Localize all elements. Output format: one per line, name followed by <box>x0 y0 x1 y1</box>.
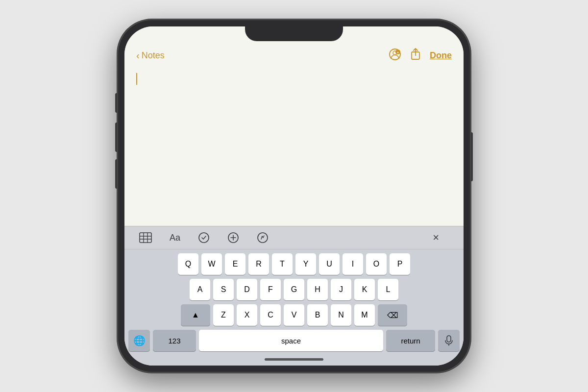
svg-text:+: + <box>397 51 399 54</box>
key-u[interactable]: U <box>319 253 340 275</box>
key-k[interactable]: K <box>354 279 375 300</box>
home-indicator-area <box>124 355 464 366</box>
volume-up-button[interactable] <box>115 122 118 152</box>
key-r[interactable]: R <box>248 253 269 275</box>
home-bar[interactable] <box>265 358 323 361</box>
key-a[interactable]: A <box>190 279 210 300</box>
format-text-icon[interactable]: Aa <box>170 233 180 243</box>
return-key[interactable]: return <box>386 330 435 351</box>
svg-rect-16 <box>447 336 451 342</box>
key-o[interactable]: O <box>366 253 387 275</box>
key-e[interactable]: E <box>225 253 245 275</box>
key-d[interactable]: D <box>237 279 257 300</box>
key-v[interactable]: V <box>284 304 304 326</box>
key-q[interactable]: Q <box>178 253 198 275</box>
formatting-toolbar: Aa <box>124 226 464 249</box>
key-c[interactable]: C <box>260 304 281 326</box>
key-b[interactable]: B <box>307 304 328 326</box>
keyboard-row-3: ▲ Z X C V B N M ⌫ <box>126 304 462 326</box>
key-f[interactable]: F <box>260 279 281 300</box>
power-button[interactable] <box>470 132 473 181</box>
checklist-icon[interactable] <box>198 232 210 244</box>
key-m[interactable]: M <box>354 304 375 326</box>
key-i[interactable]: I <box>343 253 363 275</box>
svg-point-15 <box>258 233 268 243</box>
notes-app: ‹ Notes + <box>124 26 464 366</box>
table-icon[interactable] <box>139 232 152 243</box>
keyboard: Q W E R T Y U I O P A S D F G <box>124 249 464 355</box>
volume-down-button[interactable] <box>115 159 118 189</box>
key-z[interactable]: Z <box>213 304 234 326</box>
markup-icon[interactable] <box>257 232 269 244</box>
keyboard-row-1: Q W E R T Y U I O P <box>126 253 462 275</box>
notch <box>245 26 343 41</box>
phone-frame: ‹ Notes + <box>118 20 470 372</box>
globe-key[interactable]: 🌐 <box>128 330 150 351</box>
keyboard-bottom-row: 🌐 123 space return <box>126 330 462 353</box>
phone-screen: ‹ Notes + <box>124 26 464 366</box>
key-g[interactable]: G <box>284 279 304 300</box>
person-icon[interactable]: + <box>389 48 401 63</box>
key-w[interactable]: W <box>201 253 222 275</box>
keyboard-row-2: A S D F G H J K L <box>126 279 462 300</box>
text-cursor <box>136 73 137 85</box>
key-l[interactable]: L <box>378 279 398 300</box>
key-j[interactable]: J <box>331 279 351 300</box>
space-key[interactable]: space <box>199 330 383 351</box>
back-chevron-icon: ‹ <box>136 50 140 61</box>
toolbar-icons: Aa <box>124 231 464 244</box>
key-y[interactable]: Y <box>295 253 316 275</box>
key-x[interactable]: X <box>237 304 257 326</box>
svg-rect-6 <box>140 233 151 243</box>
mute-button[interactable] <box>115 93 118 113</box>
shift-key[interactable]: ▲ <box>181 304 210 326</box>
add-icon[interactable] <box>227 232 239 244</box>
key-t[interactable]: T <box>272 253 293 275</box>
key-n[interactable]: N <box>331 304 351 326</box>
svg-point-11 <box>199 233 209 243</box>
numbers-key[interactable]: 123 <box>153 330 196 351</box>
toolbar-close-icon[interactable]: × <box>433 231 439 244</box>
note-text-area[interactable] <box>124 69 464 226</box>
key-p[interactable]: P <box>390 253 410 275</box>
share-icon[interactable] <box>410 48 421 63</box>
done-button[interactable]: Done <box>430 50 452 61</box>
delete-key[interactable]: ⌫ <box>378 304 407 326</box>
back-button[interactable]: ‹ Notes <box>136 50 165 61</box>
back-label: Notes <box>142 50 165 61</box>
microphone-key[interactable] <box>438 330 460 351</box>
nav-right-actions: + Done <box>389 48 452 63</box>
key-h[interactable]: H <box>307 279 328 300</box>
key-s[interactable]: S <box>213 279 234 300</box>
